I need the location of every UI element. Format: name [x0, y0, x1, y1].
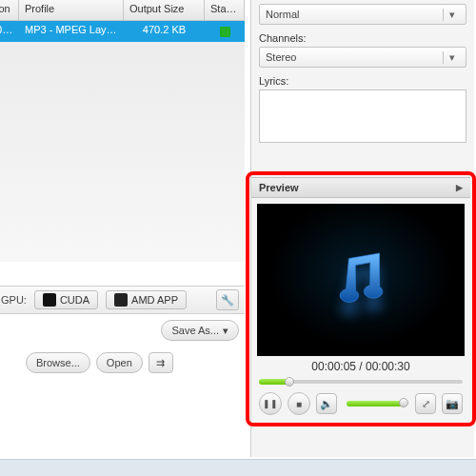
preview-title: Preview: [259, 182, 299, 193]
preview-video[interactable]: [257, 204, 465, 356]
seek-thumb[interactable]: [285, 377, 294, 387]
channels-label: Channels:: [259, 32, 466, 44]
amd-label: AMD APP: [131, 294, 178, 306]
browse-label: Browse...: [36, 357, 80, 368]
open-label: Open: [107, 357, 132, 368]
chevron-right-icon: ▶: [456, 183, 463, 192]
preview-time: 00:00:05 / 00:00:30: [251, 360, 470, 373]
snapshot-button[interactable]: 📷: [442, 393, 463, 414]
stop-icon: ■: [296, 399, 302, 409]
status-done-icon: [220, 27, 230, 37]
col-ion[interactable]: ion: [0, 0, 19, 20]
quality-value: Normal: [266, 9, 299, 20]
save-as-button[interactable]: Save As... ▾: [161, 320, 239, 341]
col-status[interactable]: Status: [205, 0, 245, 20]
table-header: ion Profile Output Size Status: [0, 0, 245, 21]
volume-thumb[interactable]: [399, 398, 408, 407]
cuda-label: CUDA: [60, 294, 89, 306]
device-icon: ⇉: [156, 357, 165, 369]
side-panel: Normal ▾ Channels: Stereo ▾ Lyrics: Prev…: [250, 0, 474, 457]
open-button[interactable]: Open: [96, 352, 143, 373]
volume-slider[interactable]: [347, 401, 404, 407]
gpu-toolbar: GPU: CUDA AMD APP 🔧: [0, 286, 245, 314]
chevron-down-icon: ▾: [223, 325, 228, 337]
amd-button[interactable]: AMD APP: [106, 290, 187, 309]
pause-button[interactable]: ❚❚: [259, 392, 282, 415]
cuda-button[interactable]: CUDA: [34, 290, 98, 309]
chevron-down-icon: ▾: [443, 51, 460, 64]
cell-size: 470.2 KB: [124, 21, 205, 42]
nvidia-icon: [43, 293, 56, 307]
settings-button[interactable]: 🔧: [216, 289, 239, 310]
stop-button[interactable]: ■: [288, 392, 310, 415]
gpu-label: GPU:: [1, 294, 27, 306]
col-profile[interactable]: Profile: [19, 0, 124, 20]
preview-controls: ❚❚ ■ 🔈 ⤢ 📷: [251, 387, 470, 421]
mute-button[interactable]: 🔈: [316, 393, 337, 414]
cell-status: [205, 21, 245, 42]
pause-icon: ❚❚: [263, 399, 278, 408]
channels-value: Stereo: [266, 51, 296, 63]
status-bar: [0, 459, 476, 476]
cell-duration: 00:30: [0, 21, 19, 42]
table-row[interactable]: 00:30 MP3 - MPEG Layer-… 470.2 KB: [0, 21, 245, 42]
camera-icon: 📷: [446, 398, 459, 410]
channels-select[interactable]: Stereo ▾: [259, 47, 466, 68]
quality-select[interactable]: Normal ▾: [259, 4, 466, 25]
seek-bar[interactable]: [259, 377, 463, 387]
send-to-device-button[interactable]: ⇉: [149, 352, 173, 373]
lyrics-label: Lyrics:: [259, 75, 466, 87]
file-table: ion Profile Output Size Status 00:30 MP3…: [0, 0, 245, 262]
chevron-down-icon: ▾: [443, 9, 460, 21]
lyrics-textarea[interactable]: [259, 89, 466, 143]
save-as-label: Save As...: [171, 325, 219, 336]
left-footer: GPU: CUDA AMD APP 🔧 Save As... ▾ Browse.…: [0, 286, 245, 379]
browse-button[interactable]: Browse...: [26, 352, 90, 373]
music-note-icon: [327, 247, 394, 313]
expand-icon: ⤢: [422, 398, 430, 410]
fullscreen-button[interactable]: ⤢: [415, 393, 436, 414]
speaker-icon: 🔈: [320, 398, 333, 410]
preview-header[interactable]: Preview ▶: [251, 177, 470, 198]
cell-profile: MP3 - MPEG Layer-…: [19, 21, 124, 42]
preview-section: Preview ▶ 00:00:05 / 00:00:30 ❚❚ ■ 🔈 ⤢ 📷: [251, 177, 470, 421]
col-output-size[interactable]: Output Size: [124, 0, 205, 20]
wrench-icon: 🔧: [221, 294, 234, 307]
amd-icon: [114, 293, 128, 307]
